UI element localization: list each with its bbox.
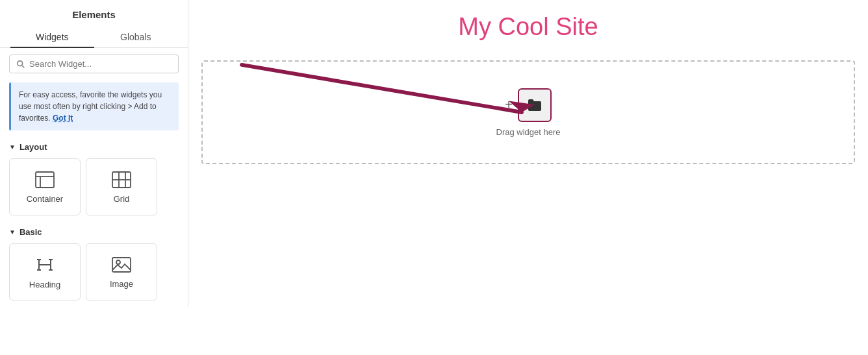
svg-line-1 (22, 65, 25, 67)
widget-label-grid: Grid (114, 194, 130, 204)
widget-placeholder (518, 88, 552, 122)
elements-panel: Elements Widgets Globals For easy access… (0, 0, 188, 307)
image-icon (111, 256, 132, 274)
search-box (9, 55, 179, 73)
chevron-down-icon: ▼ (9, 143, 16, 151)
section-header-layout[interactable]: ▼ Layout (0, 137, 188, 156)
tab-bar: Widgets Globals (0, 27, 188, 48)
section-label-basic: Basic (19, 227, 42, 237)
widget-label-heading: Heading (29, 280, 60, 289)
tip-box: For easy access, favorite the widgets yo… (9, 82, 179, 130)
canvas-area: My Cool Site + Drag widget here (188, 0, 868, 355)
tip-text: For easy access, favorite the widgets yo… (19, 90, 162, 123)
tab-widgets[interactable]: Widgets (10, 27, 94, 47)
canvas-drop-zone[interactable]: + Drag widget here (201, 60, 855, 164)
site-title: My Cool Site (188, 0, 868, 47)
got-it-link[interactable]: Got It (53, 114, 73, 123)
svg-point-0 (18, 60, 23, 66)
svg-rect-16 (112, 258, 131, 272)
widget-image[interactable]: Image (86, 243, 157, 300)
widget-label-container: Container (27, 194, 63, 204)
widget-grid-layout: Container Grid (0, 156, 188, 222)
widget-container[interactable]: Container (9, 158, 81, 215)
drag-label: Drag widget here (496, 127, 561, 137)
svg-point-17 (116, 260, 120, 264)
container-icon (34, 171, 55, 189)
svg-rect-2 (36, 172, 54, 188)
widget-grid-basic: Heading Image (0, 241, 188, 307)
drag-zone: + Drag widget here (496, 88, 561, 137)
drag-row: + (505, 88, 552, 122)
grid-icon (111, 171, 132, 189)
search-input[interactable] (29, 59, 172, 69)
sidebar: Elements Widgets Globals For easy access… (0, 0, 188, 355)
widget-grid[interactable]: Grid (86, 158, 157, 215)
tab-globals[interactable]: Globals (94, 27, 178, 47)
section-label-layout: Layout (19, 142, 47, 152)
search-icon (16, 60, 25, 69)
svg-line-18 (242, 65, 522, 112)
widget-label-image: Image (110, 279, 133, 289)
section-header-basic[interactable]: ▼ Basic (0, 222, 188, 241)
heading-icon (35, 255, 55, 275)
plus-icon: + (505, 97, 513, 112)
panel-title: Elements (0, 0, 188, 27)
chevron-down-icon-basic: ▼ (9, 228, 16, 236)
widget-heading[interactable]: Heading (9, 243, 81, 300)
